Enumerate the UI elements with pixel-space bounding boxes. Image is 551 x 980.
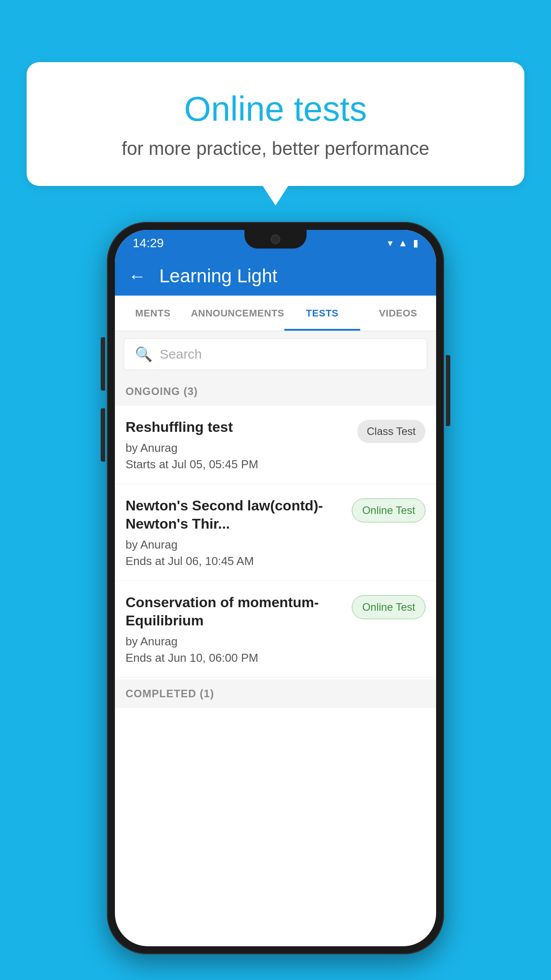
ongoing-label: ONGOING (3): [126, 385, 198, 397]
phone-frame: 14:29 ▾ ▲ ▮ ← Learning Light MENTS: [107, 222, 444, 954]
test-badge-1: Class Test: [357, 420, 425, 443]
test-list: Reshuffling test by Anurag Starts at Jul…: [115, 406, 436, 678]
test-author-1: by Anurag: [126, 441, 350, 455]
speech-bubble-container: Online tests for more practice, better p…: [27, 62, 524, 186]
phone-container: 14:29 ▾ ▲ ▮ ← Learning Light MENTS: [107, 222, 444, 954]
test-info-3: Conservation of momentum-Equilibrium by …: [126, 593, 345, 665]
test-time-1: Starts at Jul 05, 05:45 PM: [126, 458, 350, 471]
tab-navigation: MENTS ANNOUNCEMENTS TESTS VIDEOS: [115, 296, 436, 331]
notch: [244, 230, 307, 249]
test-item-3[interactable]: Conservation of momentum-Equilibrium by …: [115, 581, 436, 678]
speech-bubble: Online tests for more practice, better p…: [27, 62, 524, 186]
test-time-2: Ends at Jul 06, 10:45 AM: [126, 554, 345, 568]
completed-section-header: COMPLETED (1): [115, 680, 436, 708]
back-button[interactable]: ←: [128, 266, 146, 286]
test-author-2: by Anurag: [126, 538, 345, 552]
battery-icon: ▮: [413, 237, 418, 249]
status-icons: ▾ ▲ ▮: [388, 237, 418, 249]
search-icon: 🔍: [135, 346, 153, 363]
test-time-3: Ends at Jun 10, 06:00 PM: [126, 651, 345, 665]
test-info-2: Newton's Second law(contd)-Newton's Thir…: [126, 497, 345, 568]
app-title: Learning Light: [159, 265, 277, 287]
speech-bubble-title: Online tests: [62, 89, 489, 129]
test-name-1: Reshuffling test: [126, 418, 350, 437]
speech-bubble-subtitle: for more practice, better performance: [62, 138, 489, 159]
app-header: ← Learning Light: [115, 257, 436, 296]
test-name-3: Conservation of momentum-Equilibrium: [126, 593, 345, 630]
ongoing-section-header: ONGOING (3): [115, 377, 436, 406]
test-name-2: Newton's Second law(contd)-Newton's Thir…: [126, 497, 345, 533]
test-item-2[interactable]: Newton's Second law(contd)-Newton's Thir…: [115, 484, 436, 581]
search-input[interactable]: Search: [160, 347, 202, 362]
status-bar: 14:29 ▾ ▲ ▮: [115, 230, 436, 257]
wifi-icon: ▾: [388, 237, 393, 249]
tab-ments[interactable]: MENTS: [115, 296, 191, 331]
test-badge-2: Online Test: [352, 498, 425, 522]
camera-icon: [271, 234, 280, 244]
test-badge-3: Online Test: [352, 595, 425, 619]
tab-announcements[interactable]: ANNOUNCEMENTS: [191, 296, 284, 331]
status-time: 14:29: [133, 236, 164, 250]
tab-videos[interactable]: VIDEOS: [360, 296, 436, 331]
search-bar[interactable]: 🔍 Search: [124, 338, 427, 370]
test-info-1: Reshuffling test by Anurag Starts at Jul…: [126, 418, 350, 471]
test-item-1[interactable]: Reshuffling test by Anurag Starts at Jul…: [115, 406, 436, 484]
signal-icon: ▲: [398, 237, 408, 249]
tab-tests[interactable]: TESTS: [284, 296, 360, 331]
phone-screen: 14:29 ▾ ▲ ▮ ← Learning Light MENTS: [115, 230, 436, 946]
completed-label: COMPLETED (1): [126, 688, 214, 699]
test-author-3: by Anurag: [126, 635, 345, 648]
search-container: 🔍 Search: [115, 331, 436, 377]
